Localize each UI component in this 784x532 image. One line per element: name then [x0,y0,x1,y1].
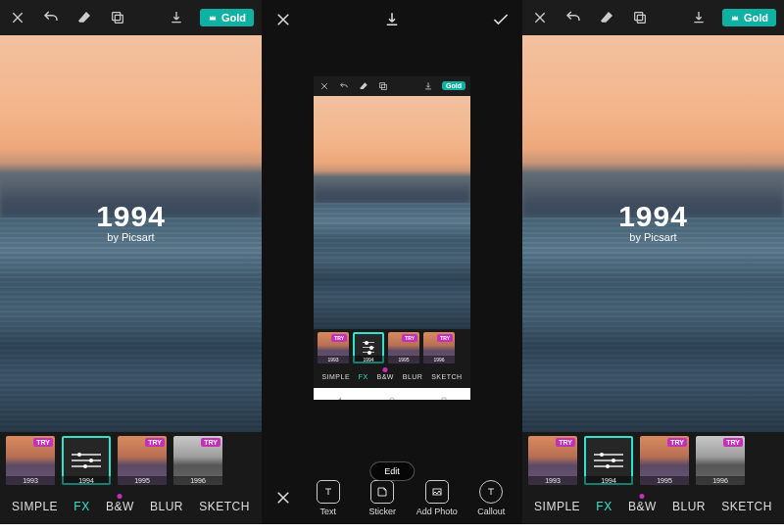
tab-simple[interactable]: SIMPLE [12,500,58,513]
filter-thumb-1993[interactable]: TRY 1993 [528,436,577,485]
tab-fx[interactable]: FX [596,500,612,513]
watermark-year: 1994 [96,200,166,233]
filter-thumb: TRY1995 [388,332,419,363]
middle-top-bar [262,0,522,39]
tab-sketch[interactable]: SKETCH [721,500,772,513]
svg-rect-8 [637,15,645,23]
filter-thumb-1996[interactable]: TRY 1996 [173,436,222,485]
try-badge: TRY [556,438,575,447]
undo-icon [338,80,350,92]
download-icon[interactable] [167,8,186,27]
tab-bw[interactable]: B&W [106,500,134,513]
svg-rect-1 [115,15,122,23]
tab-bw-label: B&W [106,500,134,513]
filter-thumb-1994[interactable]: 1994 [584,436,633,485]
close-icon[interactable] [530,8,550,27]
tab-fx[interactable]: FX [74,500,89,513]
undo-icon[interactable] [41,8,61,27]
eraser-icon [358,80,369,92]
text-icon [317,480,340,504]
filter-thumb-1996[interactable]: TRY 1996 [696,436,745,485]
dot-indicator [640,494,645,499]
svg-rect-2 [380,82,385,87]
try-badge: TRY [723,438,743,447]
gold-label: Gold [744,12,768,24]
mini-canvas [314,96,470,329]
layers-icon[interactable] [630,8,650,27]
tab-sketch[interactable]: SKETCH [199,500,250,513]
undo-icon[interactable] [564,8,583,27]
tool-callout[interactable]: Callout [468,480,515,516]
try-badge: TRY [667,438,687,447]
thumb-label: 1996 [173,476,222,485]
download-icon[interactable] [382,10,402,29]
android-navbar [314,388,470,400]
filter-thumbnail-strip: TRY 1993 1994 TRY 1995 TRY 1996 [522,432,784,489]
filter-thumb-1995[interactable]: TRY 1995 [118,436,167,485]
thumb-label: 1994 [62,476,111,485]
preview-canvas[interactable]: 1994 by Picsart [0,35,262,432]
filter-thumb: TRY1993 [318,332,349,363]
watermark-byline: by Picsart [96,231,166,243]
try-badge: TRY [201,438,220,447]
thumb-label: 1996 [696,476,745,485]
tool-sticker[interactable]: Sticker [360,480,407,516]
nested-editor-preview: Gold TRY1993 1994 TRY1995 TRY1996 SIMPLE… [314,76,470,400]
tab-simple[interactable]: SIMPLE [534,500,580,513]
watermark-year: 1994 [618,200,688,233]
callout-icon [479,480,503,504]
tool-label: Sticker [368,507,396,516]
gold-button[interactable]: Gold [200,9,254,26]
tool-text[interactable]: Text [305,480,352,516]
gold-button[interactable]: Gold [722,9,776,26]
tool-add-photo[interactable]: Add Photo [414,480,461,516]
gold-label: Gold [221,12,246,24]
eraser-icon[interactable] [74,8,94,27]
mini-filters: TRY1993 1994 TRY1995 TRY1996 [314,329,470,366]
download-icon [422,80,434,92]
close-tools-icon[interactable] [270,489,297,507]
edit-button[interactable]: Edit [369,461,415,481]
svg-rect-0 [113,13,121,21]
thumb-label: 1993 [6,476,55,485]
thumb-label: 1994 [584,476,633,485]
thumb-label: 1995 [118,476,167,485]
layers-icon[interactable] [108,8,127,27]
top-toolbar: Gold [522,0,784,35]
svg-rect-3 [381,84,386,89]
tool-label: Callout [477,507,505,516]
close-icon[interactable] [8,8,27,27]
category-tabs: SIMPLE FX B&W BLUR SKETCH [0,489,262,524]
tab-bw[interactable]: B&W [628,500,657,513]
eraser-icon[interactable] [597,8,616,27]
tab-blur[interactable]: BLUR [150,500,183,513]
filter-thumb-1993[interactable]: TRY 1993 [6,436,55,485]
close-icon[interactable] [273,10,293,29]
try-badge: TRY [33,438,53,447]
filter-watermark: 1994 by Picsart [618,200,688,243]
editor-panel-middle: Gold TRY1993 1994 TRY1995 TRY1996 SIMPLE… [262,0,522,524]
layers-icon [377,80,389,92]
watermark-byline: by Picsart [618,231,688,243]
confirm-icon[interactable] [491,10,511,29]
svg-rect-7 [635,13,643,21]
filter-watermark: 1994 by Picsart [96,200,166,243]
filter-thumb-1995[interactable]: TRY 1995 [640,436,689,485]
tab-blur[interactable]: BLUR [672,500,706,513]
tool-label: Text [319,507,336,516]
add-photo-icon [425,480,449,504]
story-preview: Gold TRY1993 1994 TRY1995 TRY1996 SIMPLE… [262,39,522,436]
top-toolbar: Gold [0,0,262,35]
filter-thumbnail-strip: TRY 1993 1994 TRY 1995 TRY 1996 [0,432,262,489]
editor-panel-left: Gold 1994 by Picsart TRY 1993 1994 TRY 1… [0,0,262,524]
thumb-label: 1995 [640,476,689,485]
try-badge: TRY [145,438,165,447]
preview-canvas[interactable]: 1994 by Picsart [522,35,784,432]
svg-point-4 [390,398,394,400]
dot-indicator [118,494,122,499]
download-icon[interactable] [689,8,709,27]
filter-thumb-1994[interactable]: 1994 [62,436,111,485]
mini-toolbar: Gold [314,76,470,96]
sticker-icon [370,480,394,504]
gold-button: Gold [442,81,466,90]
